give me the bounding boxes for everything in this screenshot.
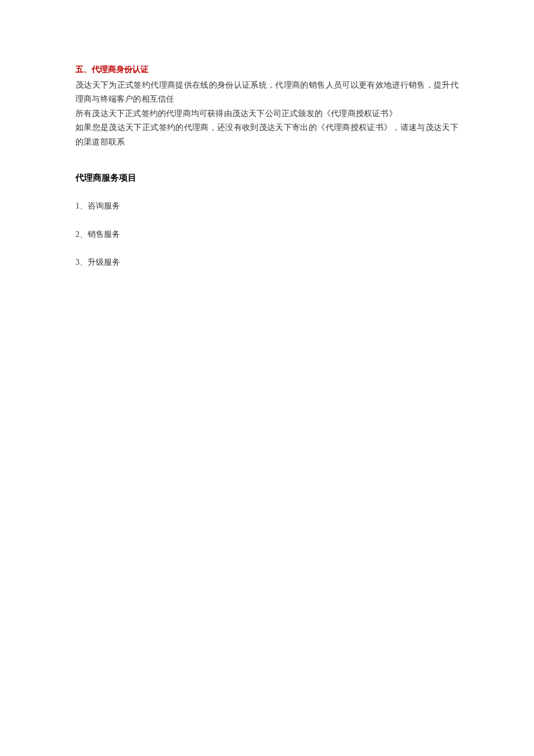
paragraph-3: 如果您是茂达天下正式签约的代理商，还没有收到茂达天下寄出的《代理商授权证书》，请… xyxy=(75,121,459,149)
list-item-3: 3、升级服务 xyxy=(75,255,459,270)
section-title: 五、代理商身份认证 xyxy=(75,63,459,77)
paragraph-2: 所有茂达天下正式签约的代理商均可获得由茂达天下公司正式颁发的《代理商授权证书》 xyxy=(75,107,459,121)
sub-heading: 代理商服务项目 xyxy=(75,170,459,185)
list-item-1: 1、咨询服务 xyxy=(75,199,459,214)
list-item-2: 2、销售服务 xyxy=(75,228,459,242)
paragraph-1: 茂达天下为正式签约代理商提供在线的身份认证系统，代理商的销售人员可以更有效地进行… xyxy=(75,78,459,107)
